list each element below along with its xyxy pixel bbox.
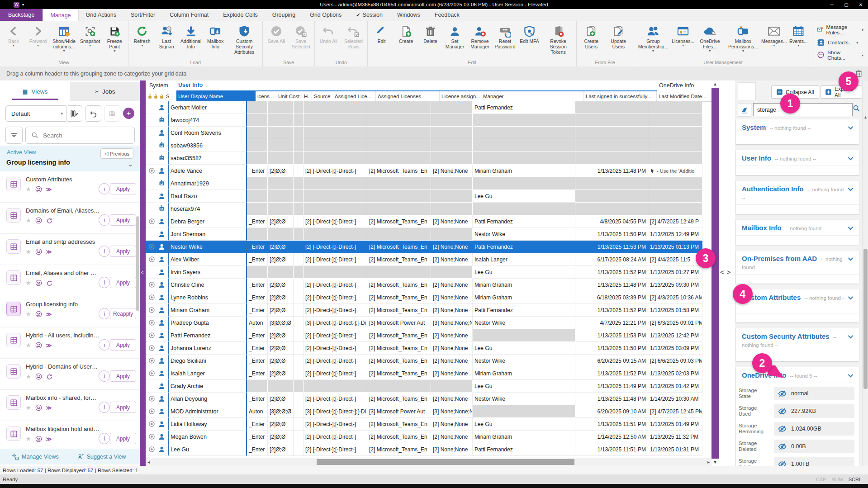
tab-grouping[interactable]: Grouping <box>265 9 303 21</box>
cell-user-display-name[interactable]: Diego Siciliani <box>168 355 247 367</box>
view-info-button[interactable]: i <box>99 214 110 226</box>
manage-views-link[interactable]: Manage Views <box>12 453 59 460</box>
star-icon[interactable]: ★ <box>26 436 31 442</box>
cell-user-display-name[interactable]: Raul Razo <box>168 190 247 203</box>
apply-view-button[interactable]: Apply <box>110 214 136 226</box>
show-chats--button[interactable]: Show Chats...▾ <box>817 50 863 61</box>
view-info-button[interactable]: i <box>99 183 110 194</box>
chevron-down-icon[interactable] <box>847 155 854 162</box>
chevron-down-icon[interactable] <box>847 124 854 132</box>
save-all-button[interactable]: Save All <box>264 21 289 45</box>
licenses--button[interactable]: Licenses...▾ <box>671 21 695 48</box>
search-icon[interactable] <box>853 104 860 112</box>
cell-user-display-name[interactable]: Johanna Lorenz <box>168 342 247 355</box>
view-item-email-aliases-and-other-mails-[interactable]: Email, Aliases and other Mails in o...★i… <box>0 265 140 296</box>
user-row-allan-deyoung[interactable]: Allan Deyoung_Enter[2]Ø;Ø[2] [-Direct-];… <box>146 393 711 405</box>
column-header-user-display-name[interactable]: User Display Name <box>176 91 256 101</box>
cell-user-display-name[interactable]: sabad35587 <box>168 152 247 165</box>
cell-user-display-name[interactable]: Christie Cline <box>168 279 247 291</box>
user-row-hoserax974[interactable]: hoserax974 <box>146 203 711 215</box>
snapshot-button[interactable]: Snapshot▾ <box>78 21 102 48</box>
show-hide-columns--button[interactable]: Show/Hide columns...▾ <box>50 21 78 54</box>
user-row-annatimar1929[interactable]: Annatimar1929 <box>146 177 711 190</box>
tab-feedback[interactable]: Feedback <box>427 9 467 21</box>
column-header-source-assigned[interactable]: Source - Assigned Lice... <box>312 91 376 101</box>
cell-user-display-name[interactable]: Lynne Robbins <box>168 291 247 304</box>
user-row-diego-siciliani[interactable]: Diego Siciliani_Enter[2]Ø;Ø[2] [-Direct-… <box>146 355 711 367</box>
sidebar-scrollbar[interactable] <box>136 216 139 311</box>
section-header[interactable]: Authentication Info-- nothing found -- <box>736 181 859 204</box>
user-row-gerhart-moller[interactable]: Gerhart MollerPatti Fernandez <box>146 101 711 114</box>
tab-grid-actions[interactable]: Grid Actions <box>79 9 123 21</box>
view-info-button[interactable]: i <box>99 277 110 288</box>
cell-user-display-name[interactable]: Pradeep Gupta <box>168 317 247 329</box>
cell-user-display-name[interactable]: Gerhart Moller <box>168 101 247 114</box>
user-row-irvin-sayers[interactable]: Irvin SayersLee Gu1/13/2025 11:52 PM1/13… <box>146 266 711 279</box>
last-sign-in-button[interactable]: Last Sign-in <box>154 21 179 50</box>
section-header[interactable]: Custom Security Attributes-- nothing fou… <box>736 328 859 352</box>
column-header-licenses[interactable]: icens... <box>256 91 276 101</box>
view-info-button[interactable]: i <box>99 308 110 319</box>
user-row-alex-wilber[interactable]: Alex Wilber_Enter[2]Ø;Ø[2] [-Direct-];[-… <box>146 253 711 266</box>
cell-user-display-name[interactable]: Irvin Sayers <box>168 266 247 279</box>
chevron-down-icon[interactable] <box>847 224 854 232</box>
view-item-email-and-smtp-addresses[interactable]: Email and smtp addresses★≫iApply <box>0 234 140 265</box>
column-header-last-modified[interactable]: Last Modified Date... <box>657 91 711 101</box>
collapse-left-icon[interactable]: < <box>141 270 143 275</box>
column-header-assigned-licenses[interactable]: Assigned Licenses <box>376 91 440 101</box>
view-item-mailbox-litigation-hold-and-ar[interactable]: Mailbox litigation hold and archive...★≫… <box>0 421 140 449</box>
cell-user-display-name[interactable]: Patti Fernandez <box>168 329 247 342</box>
edit-columns-button[interactable] <box>66 105 82 122</box>
star-icon[interactable]: ★ <box>26 186 31 193</box>
events--button[interactable]: Events...▾ <box>786 21 811 48</box>
tab-explode-cells[interactable]: Explode Cells <box>216 9 265 21</box>
tab-grid-options[interactable]: Grid Options <box>303 9 349 21</box>
user-row-miriam-graham[interactable]: Miriam Graham_Enter[2]Ø;Ø[2] [-Direct-];… <box>146 304 711 317</box>
tab-jobs[interactable]: ➢ Jobs <box>70 82 140 101</box>
star-icon[interactable]: ★ <box>26 404 31 411</box>
star-icon[interactable]: ★ <box>26 248 31 255</box>
details-scrollbar[interactable]: ▲ <box>862 81 868 466</box>
save-selected-button[interactable]: Save Selected <box>289 21 313 50</box>
view-info-button[interactable]: i <box>99 339 110 351</box>
forward-button[interactable]: Forward▾ <box>26 21 50 48</box>
user-row-patti-fernandez[interactable]: Patti Fernandez_Enter[2]Ø;Ø[2] [-Direct-… <box>146 329 711 342</box>
group-header-user-info[interactable]: User Info <box>178 82 203 88</box>
horizontal-scrollbar[interactable]: ◂ ▸ <box>146 458 711 466</box>
star-icon[interactable]: ★ <box>26 217 31 224</box>
custom-security-attributes-button[interactable]: Custom Security Attributes <box>228 21 261 56</box>
eye-off-icon[interactable] <box>778 442 787 451</box>
user-row-pradeep-gupta[interactable]: Pradeep GuptaAuton[3]Ø;Ø;Ø[3] [-Direct-]… <box>146 317 711 329</box>
edit-details-button[interactable] <box>738 82 756 100</box>
edit-button[interactable]: Edit <box>369 21 394 45</box>
star-icon[interactable]: ★ <box>26 342 31 349</box>
chevron-down-icon[interactable] <box>847 255 854 263</box>
selected-rows-button[interactable]: Selected Rows <box>341 21 366 50</box>
user-row-nestor-wilke[interactable]: Nestor Wilke_Enter[2]Ø;Ø[2] [-Direct-];[… <box>146 241 711 253</box>
cell-user-display-name[interactable]: Adele Vance <box>168 165 247 177</box>
view-item-domains-of-email-aliases-and-o[interactable]: Domains of Email, Aliases and othe...★iA… <box>0 203 140 234</box>
message-rules--button[interactable]: Message Rules...▾ <box>817 24 863 35</box>
cell-user-display-name[interactable]: MOD Administrator <box>168 405 247 418</box>
user-row-conf-room-stevens[interactable]: Conf Room Stevens <box>146 127 711 139</box>
view-item-custom-attributes[interactable]: Custom Attributes★≫iApply <box>0 171 140 203</box>
cell-user-display-name[interactable]: Nestor Wilke <box>168 241 247 253</box>
create-users-button[interactable]: Create Users <box>578 21 605 50</box>
column-header-unit-cost[interactable]: Unit Cost... <box>276 91 302 101</box>
apply-view-button[interactable]: Apply <box>110 246 136 257</box>
view-info-button[interactable]: i <box>99 433 110 444</box>
user-row-isaiah-langer[interactable]: Isaiah Langer_Enter[2]Ø;Ø[2] [-Direct-];… <box>146 367 711 380</box>
additional-info-button[interactable]: Additional Info <box>179 21 203 50</box>
column-header-license-assign[interactable]: License assign... <box>440 91 481 101</box>
chevron-down-icon[interactable] <box>847 333 854 341</box>
star-icon[interactable]: ★ <box>26 373 31 380</box>
section-header[interactable]: System-- nothing found -- <box>736 119 859 135</box>
cell-user-display-name[interactable]: fawocoj474 <box>168 114 247 127</box>
user-row-joni-sherman[interactable]: Joni ShermanNestor Wilke1/13/2025 11:50 … <box>146 228 711 241</box>
cell-user-display-name[interactable]: Conf Room Stevens <box>168 127 247 139</box>
column-header-last-signed-in[interactable]: Last signed in successfully... <box>584 91 657 101</box>
reapply-view-button[interactable]: Reapply <box>110 308 136 319</box>
apply-view-button[interactable]: Apply <box>110 433 136 444</box>
cell-user-display-name[interactable]: Isaiah Langer <box>168 367 247 380</box>
messages--button[interactable]: Messages...▾ <box>762 21 786 48</box>
